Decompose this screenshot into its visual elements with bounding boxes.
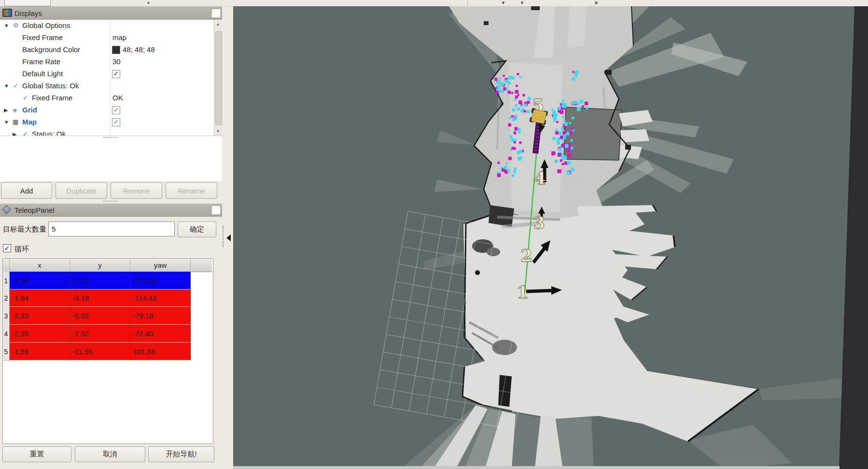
waypoint-table[interactable]: x y yaw 1 -1.98 -1.23 -170.43 2 -1.94 -3… bbox=[2, 258, 213, 444]
max-goals-input[interactable] bbox=[48, 221, 175, 236]
map-display-icon: ▦ bbox=[13, 118, 18, 125]
expander-right-icon[interactable]: ▶ bbox=[13, 131, 16, 136]
cell-y[interactable]: -11.55 bbox=[70, 343, 130, 360]
chevron-down-icon[interactable]: ▾ bbox=[147, 1, 150, 5]
cell-yaw[interactable]: -114.42 bbox=[130, 290, 191, 307]
toolbar-separator bbox=[467, 0, 468, 6]
teleop-panel-header[interactable]: TeleopPanel bbox=[0, 204, 222, 217]
toolbar-glyph bbox=[595, 1, 598, 4]
cell-x[interactable]: -2.33 bbox=[10, 307, 70, 325]
viewport-right-band bbox=[839, 6, 868, 469]
tree-row-map-status-partial[interactable]: ▶ ✓ Status: Ok bbox=[0, 128, 214, 136]
tree-row-default-light[interactable]: Default Light ✓ bbox=[0, 68, 214, 80]
expander-right-icon[interactable]: ▶ bbox=[4, 107, 8, 113]
table-header-row: x y yaw bbox=[3, 259, 212, 272]
status-ok-check-icon: ✓ bbox=[23, 94, 28, 101]
remove-button[interactable]: Remove bbox=[111, 182, 162, 199]
loop-checkbox-checked[interactable]: ✓ bbox=[3, 244, 11, 252]
checkbox-checked[interactable]: ✓ bbox=[112, 70, 120, 78]
row-number: 3 bbox=[3, 307, 10, 325]
cell-y[interactable]: -3.18 bbox=[70, 290, 130, 307]
panel-float-button[interactable] bbox=[211, 205, 221, 215]
scroll-down-icon[interactable]: ▼ bbox=[216, 129, 220, 134]
trajectory-trail bbox=[535, 123, 539, 153]
expander-down-icon[interactable]: ▼ bbox=[4, 23, 9, 28]
map-canvas: 1 2 3 4 5 bbox=[233, 6, 868, 469]
tree-row-value[interactable]: 48; 48; 48 bbox=[123, 45, 155, 54]
expander-down-icon[interactable]: ▼ bbox=[4, 83, 9, 89]
cell-yaw[interactable]: -72.40 bbox=[130, 325, 191, 343]
cancel-button[interactable]: 取消 bbox=[75, 446, 145, 462]
tree-row-value[interactable]: map bbox=[112, 33, 126, 41]
toolbar-tab[interactable] bbox=[4, 0, 51, 6]
displays-panel-title: Displays bbox=[14, 9, 42, 17]
tree-row-grid[interactable]: ▶ ◈ Grid ✓ bbox=[0, 104, 214, 116]
dropdown-caret-icon[interactable]: ▼ bbox=[501, 1, 505, 5]
cell-y[interactable]: -7.62 bbox=[70, 325, 130, 343]
render-viewport[interactable]: 1 2 3 4 5 bbox=[233, 6, 868, 469]
start-navigation-button[interactable]: 开始导航! bbox=[148, 446, 214, 462]
tree-row-global-status[interactable]: ▼ ✓ Global Status: Ok bbox=[0, 80, 214, 92]
table-corner-cell bbox=[3, 259, 10, 271]
reset-button[interactable]: 重置 bbox=[2, 446, 71, 462]
dropdown-caret-icon[interactable]: ▼ bbox=[520, 1, 524, 5]
add-button[interactable]: Add bbox=[1, 182, 52, 199]
status-ok-check-icon: ✓ bbox=[23, 130, 28, 136]
scroll-up-icon[interactable]: ▲ bbox=[216, 22, 220, 27]
cell-x[interactable]: -2.20 bbox=[10, 325, 70, 343]
column-header-y[interactable]: y bbox=[70, 259, 130, 271]
cell-yaw[interactable]: -79.18 bbox=[130, 307, 191, 325]
column-header-x[interactable]: x bbox=[10, 259, 70, 271]
waypoint-label-4: 4 bbox=[534, 168, 546, 188]
tree-row-label: Background Color bbox=[22, 45, 80, 54]
confirm-button[interactable]: 确定 bbox=[178, 221, 216, 237]
row-number: 2 bbox=[3, 290, 10, 307]
cell-yaw[interactable]: 101.33 bbox=[130, 343, 191, 360]
table-row[interactable]: 4 -2.20 -7.62 -72.40 bbox=[3, 325, 212, 343]
table-row[interactable]: 1 -1.98 -1.23 -170.43 bbox=[3, 272, 212, 290]
tree-row-label: Fixed Frame bbox=[22, 33, 63, 41]
row-number: 5 bbox=[3, 343, 10, 361]
tree-row-map[interactable]: ▼ ▦ Map ✓ bbox=[0, 116, 214, 128]
displays-tree-area: ▼ ⚙ Global Options Fixed Frame map Backg… bbox=[0, 20, 222, 181]
tree-row-value[interactable]: 30 bbox=[112, 57, 121, 66]
tree-row-label: Global Options bbox=[22, 21, 70, 29]
waypoint-label-2: 2 bbox=[520, 245, 532, 265]
panel-float-button[interactable] bbox=[211, 8, 221, 18]
toolbar: ▾ ▼ ▼ bbox=[0, 0, 868, 7]
panel-resize-handle[interactable] bbox=[223, 226, 224, 247]
cell-y[interactable]: -1.23 bbox=[70, 272, 130, 290]
cell-yaw[interactable]: -170.43 bbox=[130, 272, 191, 290]
viewport-bottom-strip bbox=[233, 466, 840, 469]
scrollbar-thumb[interactable] bbox=[215, 31, 222, 125]
cell-x[interactable]: -1.59 bbox=[10, 343, 70, 360]
color-swatch[interactable] bbox=[112, 46, 120, 54]
collapse-left-icon[interactable] bbox=[226, 234, 231, 241]
rename-button[interactable]: Rename bbox=[166, 182, 217, 199]
displays-panel-header[interactable]: Displays bbox=[0, 6, 222, 20]
splitter-handle[interactable] bbox=[103, 201, 118, 202]
tree-row-background-color[interactable]: Background Color 48; 48; 48 bbox=[0, 44, 214, 56]
panel-diamond-icon bbox=[2, 205, 11, 214]
tree-scrollbar[interactable]: ▲ ▼ bbox=[214, 20, 222, 136]
table-row[interactable]: 3 -2.33 -5.02 -79.18 bbox=[3, 307, 212, 325]
splitter-handle[interactable] bbox=[103, 137, 118, 138]
cell-x[interactable]: -1.94 bbox=[10, 290, 70, 307]
cell-x[interactable]: -1.98 bbox=[10, 272, 70, 290]
displays-tree[interactable]: ▼ ⚙ Global Options Fixed Frame map Backg… bbox=[0, 20, 222, 136]
duplicate-button[interactable]: Duplicate bbox=[56, 182, 107, 199]
row-number: 1 bbox=[3, 272, 10, 290]
checkbox-checked[interactable]: ✓ bbox=[112, 106, 120, 114]
table-row[interactable]: 2 -1.94 -3.18 -114.42 bbox=[3, 290, 212, 307]
tree-row-label: Status: Ok bbox=[32, 130, 66, 136]
tree-row-frame-rate[interactable]: Frame Rate 30 bbox=[0, 56, 214, 68]
checkbox-checked[interactable]: ✓ bbox=[112, 118, 120, 126]
tree-row-fixed-frame-status[interactable]: ✓ Fixed Frame OK bbox=[0, 92, 214, 104]
expander-down-icon[interactable]: ▼ bbox=[4, 119, 9, 125]
tree-row-fixed-frame[interactable]: Fixed Frame map bbox=[0, 32, 214, 44]
table-row[interactable]: 5 -1.59 -11.55 101.33 bbox=[3, 343, 212, 360]
tree-row-global-options[interactable]: ▼ ⚙ Global Options bbox=[0, 20, 214, 32]
cell-y[interactable]: -5.02 bbox=[70, 307, 130, 325]
column-header-yaw[interactable]: yaw bbox=[130, 259, 191, 271]
tree-row-label: Global Status: Ok bbox=[22, 82, 79, 90]
